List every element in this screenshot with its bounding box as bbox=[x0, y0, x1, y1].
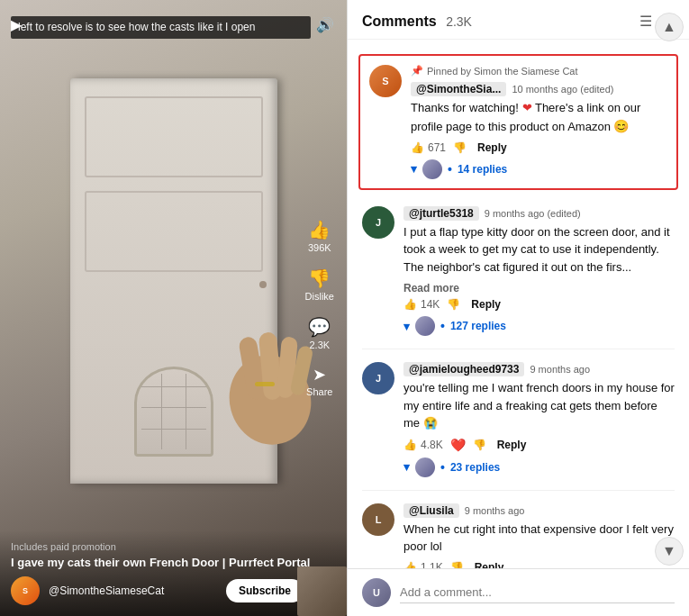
comments-panel: ▲ Comments 2.3K ☰ ✕ S 📌 Pinned by Simon … bbox=[347, 0, 689, 616]
comment-author: @jturtle5318 bbox=[403, 206, 479, 221]
comments-header: Comments 2.3K ☰ ✕ bbox=[348, 0, 689, 40]
pinned-comment: S 📌 Pinned by Simon the Siamese Cat @Sim… bbox=[358, 54, 678, 190]
comment-content: @jturtle5318 9 months ago (edited) I put… bbox=[403, 206, 675, 337]
subscribe-button[interactable]: Subscribe bbox=[226, 579, 304, 602]
comment-text: you're telling me I want french doors in… bbox=[403, 379, 675, 432]
door-panel-mid bbox=[85, 191, 263, 272]
comment-time: 9 months ago (edited) bbox=[485, 208, 581, 219]
side-actions: 👍 396K 👎 Dislike 💬 2.3K ➤ Share bbox=[305, 219, 334, 397]
scroll-up-button[interactable]: ▲ bbox=[655, 13, 684, 41]
comment-reply-button[interactable]: Reply bbox=[497, 439, 527, 451]
comment-actions: 👍 4.8K ❤️ 👎 Reply bbox=[403, 438, 675, 452]
replies-toggle[interactable]: ▾ • 23 replies bbox=[403, 457, 675, 477]
door-scene bbox=[0, 36, 347, 526]
comment-actions: 👍 1.1K 👎 Reply bbox=[403, 561, 675, 569]
dislike-button[interactable]: 👎 Dislike bbox=[305, 267, 334, 302]
comment-text: I put a flap type kitty door on the scre… bbox=[403, 223, 675, 276]
comment-author: @jamielougheed9733 bbox=[403, 362, 524, 376]
share-button[interactable]: ➤ Share bbox=[306, 365, 332, 397]
door-knob bbox=[259, 281, 267, 288]
comment-content: @jamielougheed9733 9 months ago you're t… bbox=[403, 362, 675, 477]
comment-content: @Liusila 9 months ago When he cut right … bbox=[403, 503, 675, 569]
comment-item: J @jturtle5318 9 months ago (edited) I p… bbox=[348, 197, 689, 346]
filter-icon[interactable]: ☰ bbox=[639, 13, 652, 30]
comment-reply-button[interactable]: Reply bbox=[475, 561, 504, 569]
comment-dislike-button[interactable]: 👎 bbox=[473, 439, 486, 451]
next-video-thumbnail bbox=[297, 566, 347, 616]
comment-like-button[interactable]: 👍 4.8K bbox=[403, 439, 443, 451]
svg-rect-5 bbox=[255, 382, 275, 386]
comment-button[interactable]: 💬 2.3K bbox=[308, 316, 331, 350]
pinned-meta: @SimontheSia... 10 months ago (edited) bbox=[411, 82, 667, 96]
comment-meta: @jamielougheed9733 9 months ago bbox=[403, 362, 675, 376]
channel-row: S @SimontheSiameseCat Subscribe ⋯ bbox=[11, 576, 336, 605]
comment-time: 9 months ago bbox=[465, 505, 525, 516]
comment-avatar: L bbox=[362, 503, 394, 536]
pinned-time: 10 months ago (edited) bbox=[512, 84, 613, 95]
channel-avatar: S bbox=[11, 576, 40, 605]
video-panel: left to resolve is to see how the casts … bbox=[0, 0, 347, 616]
video-bottom-info: Includes paid promotion I gave my cats t… bbox=[0, 530, 347, 616]
comment-item: L @Liusila 9 months ago When he cut righ… bbox=[348, 494, 689, 569]
volume-button[interactable]: 🔊 bbox=[316, 16, 334, 33]
video-background: left to resolve is to see how the casts … bbox=[0, 0, 347, 616]
comment-meta: @Liusila 9 months ago bbox=[403, 503, 675, 518]
pinned-label: 📌 Pinned by Simon the Siamese Cat bbox=[411, 65, 667, 77]
comments-title: Comments 2.3K bbox=[362, 14, 639, 30]
pinned-reply-button[interactable]: Reply bbox=[477, 141, 507, 154]
comment-dislike-button[interactable]: 👎 bbox=[447, 298, 460, 311]
pinned-actions: 👍 671 👎 Reply bbox=[411, 141, 667, 154]
paid-promo-label: Includes paid promotion bbox=[11, 541, 336, 552]
video-title: I gave my cats their own French Door | P… bbox=[11, 556, 336, 569]
comment-author: @Liusila bbox=[403, 503, 459, 518]
comment-avatar: J bbox=[362, 362, 394, 394]
pinned-avatar: S bbox=[369, 65, 402, 97]
pinned-like-button[interactable]: 👍 671 bbox=[411, 141, 446, 154]
pinned-content: 📌 Pinned by Simon the Siamese Cat @Simon… bbox=[411, 65, 667, 179]
like-button[interactable]: 👍 396K bbox=[308, 219, 331, 253]
add-comment-row: U bbox=[348, 568, 689, 616]
comment-avatar: J bbox=[362, 206, 394, 239]
read-more-button[interactable]: Read more bbox=[403, 282, 459, 294]
comment-dislike-button[interactable]: 👎 bbox=[450, 561, 464, 569]
comment-divider bbox=[362, 490, 675, 491]
comment-actions: 👍 14K 👎 Reply bbox=[403, 298, 675, 311]
pinned-text: Thanks for watching! ❤ There's a link on… bbox=[411, 99, 667, 136]
comment-like-button[interactable]: 👍 1.1K bbox=[403, 561, 443, 569]
subtitle-text: left to resolve is to see how the casts … bbox=[18, 21, 255, 33]
comment-reply-button[interactable]: Reply bbox=[471, 298, 501, 311]
pinned-comment-inner: S 📌 Pinned by Simon the Siamese Cat @Sim… bbox=[369, 65, 667, 179]
pinned-author: @SimontheSia... bbox=[411, 82, 506, 96]
comments-list: S 📌 Pinned by Simon the Siamese Cat @Sim… bbox=[348, 40, 689, 568]
comment-time: 9 months ago bbox=[530, 364, 590, 375]
comment-divider bbox=[362, 349, 675, 349]
comment-text: When he cut right into that expensive do… bbox=[403, 521, 675, 556]
comment-item: J @jamielougheed9733 9 months ago you're… bbox=[348, 353, 689, 486]
door-panel-top bbox=[85, 96, 263, 177]
comment-like-button[interactable]: 👍 14K bbox=[403, 298, 440, 311]
scroll-down-button[interactable]: ▼ bbox=[655, 537, 684, 566]
pinned-replies-toggle[interactable]: ▾ • 14 replies bbox=[411, 159, 667, 179]
cat-door bbox=[134, 367, 213, 457]
comment-meta: @jturtle5318 9 months ago (edited) bbox=[403, 206, 675, 221]
comments-count: 2.3K bbox=[446, 14, 472, 29]
play-button[interactable]: ▶ bbox=[11, 16, 22, 33]
add-comment-input[interactable] bbox=[400, 582, 675, 603]
user-avatar: U bbox=[362, 578, 391, 607]
channel-name: @SimontheSiameseCat bbox=[49, 584, 217, 597]
replies-toggle[interactable]: ▾ • 127 replies bbox=[403, 316, 675, 336]
pinned-dislike-button[interactable]: 👎 bbox=[453, 141, 467, 154]
